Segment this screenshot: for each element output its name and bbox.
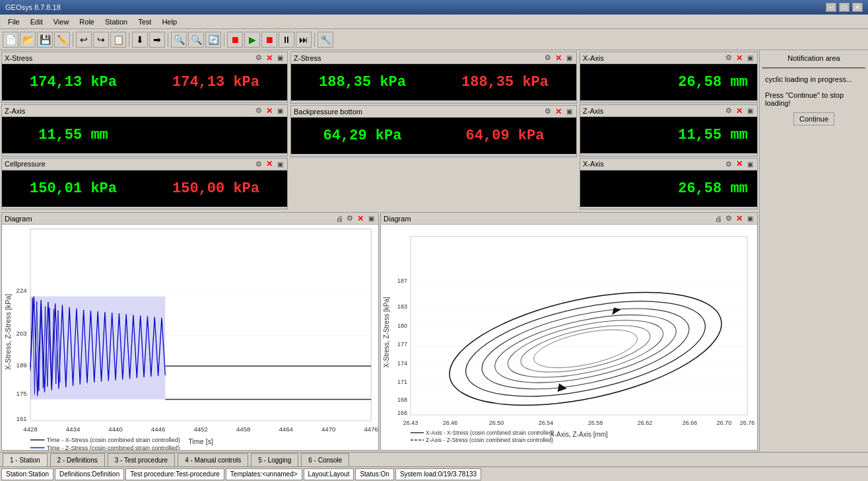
status-tab-manual-controls[interactable]: 4 - Manual controls bbox=[178, 453, 248, 466]
bottom-templates-tag[interactable]: Templates:<unnamed> bbox=[226, 468, 302, 480]
play-button[interactable]: ▶ bbox=[244, 32, 260, 48]
x-axis-top-close-icon[interactable]: ✕ bbox=[735, 54, 744, 63]
x-axis-top-expand-icon[interactable]: ▣ bbox=[745, 54, 754, 63]
right-button[interactable]: ➡ bbox=[149, 32, 165, 48]
backpressure-expand-icon[interactable]: ▣ bbox=[564, 107, 574, 116]
svg-text:4470: 4470 bbox=[321, 426, 335, 433]
z-stress-close-icon[interactable]: ✕ bbox=[554, 54, 563, 63]
z-axis-left-expand-icon[interactable]: ▣ bbox=[275, 106, 284, 116]
redo-button[interactable]: ↪ bbox=[93, 32, 109, 48]
bottom-definitions-tag[interactable]: Definitions:Definition bbox=[55, 468, 124, 480]
maximize-button[interactable]: □ bbox=[839, 3, 850, 12]
x-stress-expand-icon[interactable]: ▣ bbox=[275, 54, 284, 63]
x-axis-bottom-close-icon[interactable]: ✕ bbox=[735, 159, 744, 168]
left-diagram-body: 161 175 189 203 224 442 bbox=[2, 225, 378, 450]
z-axis-left-display: 11,55 mm bbox=[2, 117, 287, 153]
x-axis-bottom-settings-icon[interactable]: ⚙ bbox=[724, 159, 733, 168]
z-axis-right-close-icon[interactable]: ✕ bbox=[735, 106, 744, 116]
menu-view[interactable]: View bbox=[48, 17, 75, 27]
left-diagram-settings-icon[interactable]: ⚙ bbox=[345, 214, 354, 223]
toolbar: 📄 📂 💾 ✏️ ↩ ↪ 📋 ⬇ ➡ 🔍 🔍 🔄 ⏹ ▶ ⏹ ⏸ ⏭ 🔧 bbox=[0, 29, 868, 50]
cellpressure-settings-icon[interactable]: ⚙ bbox=[254, 159, 263, 168]
right-diagram-expand-icon[interactable]: ▣ bbox=[745, 214, 754, 223]
svg-text:26.46: 26.46 bbox=[443, 420, 458, 426]
cellpressure-gauge: Cellpressure ⚙ ✕ ▣ 150,01 kPa 150,00 kPa bbox=[1, 158, 288, 209]
right-diagram-close-icon[interactable]: ✕ bbox=[735, 214, 744, 223]
open-button[interactable]: 📂 bbox=[20, 32, 36, 48]
menu-role[interactable]: Role bbox=[74, 17, 100, 27]
left-diagram-print-icon[interactable]: 🖨 bbox=[335, 214, 344, 223]
status-tab-console[interactable]: 6 - Console bbox=[301, 453, 349, 466]
right-diagram-title: Diagram bbox=[384, 215, 411, 223]
z-axis-right-header: Z-Axis ⚙ ✕ ▣ bbox=[580, 105, 757, 117]
undo-button[interactable]: ↩ bbox=[76, 32, 92, 48]
cellpressure-close-icon[interactable]: ✕ bbox=[265, 159, 274, 168]
left-diagram-close-icon[interactable]: ✕ bbox=[356, 214, 365, 223]
cellpressure-expand-icon[interactable]: ▣ bbox=[275, 159, 284, 168]
menu-test[interactable]: Test bbox=[133, 17, 156, 27]
bottom-layout-tag[interactable]: Layout:Layout bbox=[304, 468, 354, 480]
right-diagram-body: 166 168 171 174 177 180 183 187 bbox=[381, 225, 757, 450]
backpressure-settings-icon[interactable]: ⚙ bbox=[543, 107, 552, 116]
down-button[interactable]: ⬇ bbox=[132, 32, 148, 48]
menu-edit[interactable]: Edit bbox=[25, 17, 48, 27]
menu-file[interactable]: File bbox=[3, 17, 25, 27]
x-axis-top-title: X-Axis bbox=[583, 54, 604, 62]
status-tab-logging[interactable]: 5 - Logging bbox=[251, 453, 298, 466]
refresh-button[interactable]: 🔄 bbox=[205, 32, 221, 48]
cellpressure-value-1: 150,01 kPa bbox=[30, 180, 117, 197]
x-stress-close-icon[interactable]: ✕ bbox=[265, 54, 274, 63]
z-axis-left-settings-icon[interactable]: ⚙ bbox=[254, 106, 263, 116]
status-tab-test-procedure[interactable]: 3 - Test procedure bbox=[108, 453, 175, 466]
left-diagram-expand-icon[interactable]: ▣ bbox=[366, 214, 376, 223]
save-button[interactable]: 💾 bbox=[37, 32, 53, 48]
z-stress-header: Z-Stress ⚙ ✕ ▣ bbox=[291, 52, 576, 64]
notification-message-2: Press "Continue" to stop loading! bbox=[762, 89, 865, 110]
copy-button[interactable]: 📋 bbox=[110, 32, 126, 48]
x-axis-bottom-title: X-Axis bbox=[583, 160, 604, 168]
x-stress-settings-icon[interactable]: ⚙ bbox=[254, 54, 263, 63]
svg-text:Time [s]: Time [s] bbox=[188, 437, 213, 445]
bottom-station-tag[interactable]: Station:Station bbox=[1, 468, 53, 480]
toolbar-separator-4 bbox=[224, 32, 224, 47]
svg-text:171: 171 bbox=[397, 379, 407, 385]
backpressure-gauge: Backpressure bottom ⚙ ✕ ▣ 64,29 kPa 64,0… bbox=[290, 105, 577, 157]
bottom-test-procedure-tag[interactable]: Test procedure:Test-procedure bbox=[125, 468, 224, 480]
cellpressure-value-2: 150,00 kPa bbox=[172, 180, 259, 197]
menu-station[interactable]: Station bbox=[100, 17, 133, 27]
minimize-button[interactable]: ─ bbox=[826, 3, 836, 12]
menu-help[interactable]: Help bbox=[156, 17, 182, 27]
z-axis-left-close-icon[interactable]: ✕ bbox=[265, 106, 274, 116]
x-axis-top-settings-icon[interactable]: ⚙ bbox=[724, 54, 733, 63]
x-axis-bottom-icons: ⚙ ✕ ▣ bbox=[724, 159, 754, 168]
cellpressure-screen-1: 150,01 kPa bbox=[2, 170, 145, 207]
z-axis-right-screen-2: 11,55 mm bbox=[669, 117, 757, 153]
x-axis-bottom-expand-icon[interactable]: ▣ bbox=[745, 159, 754, 168]
settings-button[interactable]: 🔧 bbox=[317, 32, 333, 48]
pause-button[interactable]: ⏸ bbox=[279, 32, 294, 48]
bottom-status-tag[interactable]: Status:On bbox=[355, 468, 393, 480]
z-axis-left-screen-2 bbox=[145, 117, 287, 153]
backpressure-close-icon[interactable]: ✕ bbox=[554, 107, 563, 116]
x-axis-top-display: 26,58 mm bbox=[580, 64, 757, 100]
z-axis-right-expand-icon[interactable]: ▣ bbox=[745, 106, 754, 116]
zoom-out-button[interactable]: 🔍 bbox=[188, 32, 204, 48]
right-diagram-settings-icon[interactable]: ⚙ bbox=[724, 214, 733, 223]
continue-button[interactable]: Continue bbox=[793, 112, 834, 126]
z-axis-right-settings-icon[interactable]: ⚙ bbox=[724, 106, 733, 116]
bottom-system-load-tag[interactable]: System load:0/19/3.78133 bbox=[395, 468, 481, 480]
backpressure-screen-2: 64,09 kPa bbox=[434, 118, 576, 154]
new-button[interactable]: 📄 bbox=[3, 32, 18, 48]
close-button[interactable]: ✕ bbox=[852, 3, 863, 12]
edit-button[interactable]: ✏️ bbox=[54, 32, 70, 48]
z-stress-settings-icon[interactable]: ⚙ bbox=[543, 54, 552, 63]
status-tab-definitions[interactable]: 2 - Definitions bbox=[50, 453, 105, 466]
zoom-in-button[interactable]: 🔍 bbox=[171, 32, 187, 48]
stop2-button[interactable]: ⏹ bbox=[261, 32, 277, 48]
right-diagram-print-icon[interactable]: 🖨 bbox=[714, 214, 723, 223]
z-stress-expand-icon[interactable]: ▣ bbox=[564, 54, 574, 63]
stop-button[interactable]: ⏹ bbox=[227, 32, 243, 48]
x-stress-header: X-Stress ⚙ ✕ ▣ bbox=[2, 52, 287, 64]
status-tab-station[interactable]: 1 - Station bbox=[3, 453, 48, 466]
forward-button[interactable]: ⏭ bbox=[296, 32, 312, 48]
